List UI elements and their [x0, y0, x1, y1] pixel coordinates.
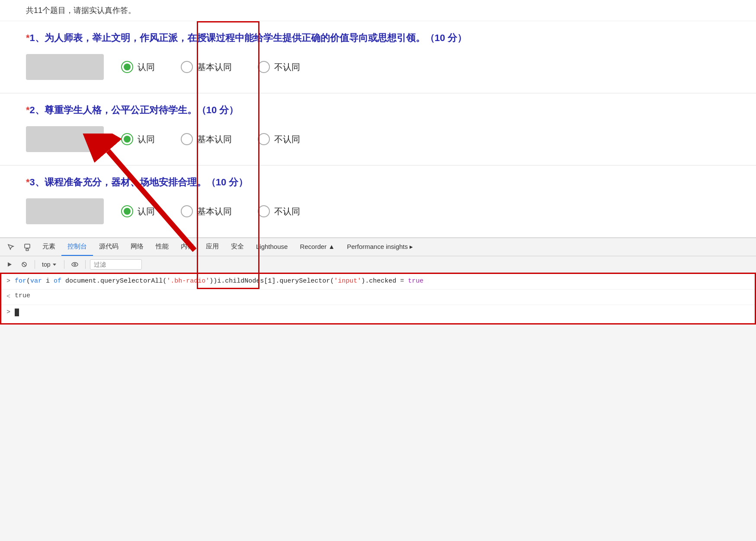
tab-elements[interactable]: 元素 [36, 238, 61, 256]
question-3-title: *3、课程准备充分，器材、场地安排合理。（10 分） [26, 176, 730, 189]
svg-marker-7 [53, 264, 56, 266]
question-2-title: *2、尊重学生人格，公平公正对待学生。（10 分） [26, 104, 730, 117]
question-2-option-2[interactable]: 不认同 [258, 133, 300, 145]
svg-point-9 [74, 264, 76, 265]
console-code: for(var i of document.querySelectorAll('… [15, 277, 750, 286]
svg-marker-4 [8, 262, 12, 267]
radio-circle-3-2 [258, 205, 270, 217]
tab-application[interactable]: 应用 [200, 238, 225, 256]
radio-label-1-2: 不认同 [274, 61, 300, 73]
radio-circle-1-1 [181, 61, 193, 73]
stop-icon[interactable] [18, 258, 30, 270]
radio-circle-3-1 [181, 205, 193, 217]
context-selector[interactable]: top [39, 261, 60, 268]
tab-sources[interactable]: 源代码 [93, 238, 125, 256]
console-result: true [15, 292, 30, 299]
radio-label-2-1: 基本认同 [197, 134, 232, 145]
question-3-option-0[interactable]: 认同 [121, 205, 155, 217]
toolbar-sep-2 [64, 260, 64, 269]
device-icon[interactable] [20, 240, 35, 255]
question-3-body: 认同 基本认同 不认同 [26, 198, 730, 224]
radio-label-1-0: 认同 [138, 61, 155, 73]
tab-memory[interactable]: 内存 [175, 238, 200, 256]
required-marker-3: * [26, 177, 30, 188]
svg-rect-3 [26, 249, 29, 251]
toolbar-sep-3 [85, 260, 86, 269]
question-2-body: 认同 基本认同 不认同 [26, 126, 730, 152]
questions-container: *1、为人师表，举止文明，作风正派，在授课过程中能给学生提供正确的价值导向或思想… [0, 21, 756, 238]
tab-lighthouse[interactable]: Lighthouse [250, 238, 294, 256]
tab-performance[interactable]: 性能 [150, 238, 175, 256]
console-cursor-line: > [1, 305, 755, 320]
tab-network[interactable]: 网络 [125, 238, 150, 256]
radio-label-2-2: 不认同 [274, 134, 300, 145]
console-input-line: > for(var i of document.querySelectorAll… [1, 274, 755, 290]
tab-performance-insights[interactable]: Performance insights ▸ [341, 238, 419, 256]
question-3-option-1[interactable]: 基本认同 [181, 205, 232, 217]
eye-icon[interactable] [69, 258, 81, 270]
console-cursor [15, 309, 19, 316]
console-input-prompt: > [6, 277, 10, 286]
question-1-image [26, 54, 104, 80]
tab-security[interactable]: 安全 [225, 238, 250, 256]
required-marker-1: * [26, 32, 30, 43]
radio-circle-2-1 [181, 133, 193, 145]
console-output-prompt: < [6, 292, 10, 302]
radio-label-1-1: 基本认同 [197, 61, 232, 73]
console-result-line: < true [1, 290, 755, 305]
header-note-text: 共11个题目，请据实认真作答。 [26, 6, 136, 15]
question-3-options: 认同 基本认同 不认同 [121, 205, 300, 217]
radio-circle-2-0 [121, 133, 133, 145]
tab-recorder[interactable]: Recorder ▲ [294, 238, 341, 256]
radio-circle-2-2 [258, 133, 270, 145]
radio-label-3-2: 不认同 [274, 206, 300, 217]
question-3-image [26, 198, 104, 224]
question-1-options: 认同 基本认同 不认同 [121, 61, 300, 73]
question-3-option-2[interactable]: 不认同 [258, 205, 300, 217]
radio-circle-3-0 [121, 205, 133, 217]
question-1-option-2[interactable]: 不认同 [258, 61, 300, 73]
question-2-option-0[interactable]: 认同 [121, 133, 155, 145]
run-icon[interactable] [3, 258, 16, 270]
devtools-panel: 元素 控制台 源代码 网络 性能 内存 应用 安全 Lighthouse Rec… [0, 238, 756, 325]
radio-label-3-1: 基本认同 [197, 206, 232, 217]
question-1-title: *1、为人师表，举止文明，作风正派，在授课过程中能给学生提供正确的价值导向或思想… [26, 32, 730, 45]
filter-input[interactable] [90, 259, 142, 270]
radio-label-3-0: 认同 [138, 206, 155, 217]
svg-rect-2 [25, 244, 30, 248]
svg-line-6 [22, 263, 26, 266]
question-2-option-1[interactable]: 基本认同 [181, 133, 232, 145]
radio-label-2-0: 认同 [138, 134, 155, 145]
tab-console[interactable]: 控制台 [61, 238, 93, 256]
devtools-toolbar: top [0, 256, 756, 273]
required-marker-2: * [26, 105, 30, 115]
console-area: > for(var i of document.querySelectorAll… [0, 273, 756, 325]
devtools-tabbar: 元素 控制台 源代码 网络 性能 内存 应用 安全 Lighthouse Rec… [0, 238, 756, 256]
question-1-option-1[interactable]: 基本认同 [181, 61, 232, 73]
main-content: 共11个题目，请据实认真作答。 *1、为人师表，举止文明，作风正派，在授课过程中… [0, 0, 756, 238]
question-1: *1、为人师表，举止文明，作风正派，在授课过程中能给学生提供正确的价值导向或思想… [0, 21, 756, 93]
question-2: *2、尊重学生人格，公平公正对待学生。（10 分） 认同 基本认同 不认同 [0, 93, 756, 165]
inspect-icon[interactable] [3, 240, 18, 255]
question-2-image [26, 126, 104, 152]
console-new-prompt: > [6, 308, 10, 318]
question-1-body: 认同 基本认同 不认同 [26, 54, 730, 80]
question-1-option-0[interactable]: 认同 [121, 61, 155, 73]
question-2-options: 认同 基本认同 不认同 [121, 133, 300, 145]
question-3: *3、课程准备充分，器材、场地安排合理。（10 分） 认同 基本认同 不认同 [0, 165, 756, 238]
radio-circle-1-0 [121, 61, 133, 73]
toolbar-sep-1 [35, 260, 35, 269]
svg-point-8 [72, 262, 78, 266]
header-note: 共11个题目，请据实认真作答。 [0, 0, 756, 21]
radio-circle-1-2 [258, 61, 270, 73]
